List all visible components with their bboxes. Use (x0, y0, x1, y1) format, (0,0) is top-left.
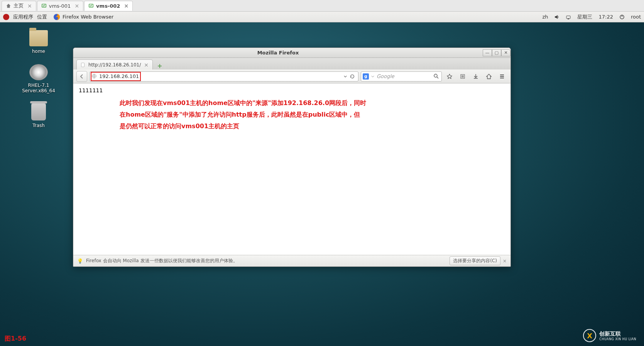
annotation-line: 此时我们发现在vms001主机的home区域中的"来源"添加192.168.26… (120, 97, 370, 109)
desktop-icon-label: RHEL-7.1 Server.x86_64 (15, 83, 62, 93)
gnome-top-panel: 应用程序 位置 Firefox Web Browser zh 星期三 17:22… (0, 12, 644, 22)
desktop-icon-label: Trash (15, 123, 62, 128)
new-tab-button[interactable]: + (155, 62, 164, 70)
disc-icon (29, 64, 48, 80)
google-icon: g (363, 73, 369, 80)
volume-icon[interactable] (554, 14, 559, 20)
window-maximize-button[interactable]: ▢ (492, 49, 501, 56)
url-bar[interactable]: 192.168.26.101 (90, 71, 358, 81)
distro-icon (3, 14, 9, 20)
close-icon[interactable]: × (124, 3, 128, 9)
reload-icon[interactable] (350, 74, 355, 79)
firefox-window: Mozilla Firefox — ▢ ✕ http://192.168.26.… (73, 47, 511, 267)
places-menu[interactable]: 位置 (37, 14, 47, 20)
menu-button[interactable] (497, 71, 507, 82)
firefox-tab-strip: http://192.168.26.101/ × + (73, 58, 510, 70)
host-tab-bar: 主页 × vms-001 × vms-002 × (0, 0, 644, 12)
search-placeholder: Google (377, 73, 431, 79)
host-tab-label: 主页 (14, 2, 24, 9)
window-titlebar[interactable]: Mozilla Firefox — ▢ ✕ (73, 48, 510, 58)
user-label[interactable]: root (631, 14, 641, 20)
figure-label: 图1-56 (5, 335, 26, 343)
clock-time[interactable]: 17:22 (598, 14, 613, 20)
desktop-icon-disc[interactable]: RHEL-7.1 Server.x86_64 (15, 64, 62, 93)
brand-name: 创新互联 (599, 331, 636, 338)
page-content: 1111111 此时我们发现在vms001主机的home区域中的"来源"添加19… (73, 83, 510, 255)
window-close-button[interactable]: ✕ (501, 49, 510, 56)
host-tab-home[interactable]: 主页 × (2, 1, 36, 11)
search-icon[interactable] (433, 73, 440, 80)
desktop: home RHEL-7.1 Server.x86_64 Trash Mozill… (0, 22, 644, 346)
lightbulb-icon: 💡 (77, 258, 83, 264)
window-minimize-button[interactable]: — (483, 49, 492, 56)
svg-point-9 (434, 74, 437, 77)
trash-icon (31, 103, 46, 120)
annotation-line: 是仍然可以正常的访问vms001主机的主页 (120, 120, 370, 132)
folder-icon (29, 30, 48, 46)
firefox-tab[interactable]: http://192.168.26.101/ × (76, 59, 153, 70)
close-icon[interactable]: × (144, 62, 149, 68)
bookmarks-list-button[interactable] (457, 71, 468, 82)
brand-sub: CHUANG XIN HU LIAN (599, 338, 636, 341)
bookmark-star-button[interactable] (444, 71, 455, 82)
firefox-icon (53, 14, 60, 20)
annotation-text: 此时我们发现在vms001主机的home区域中的"来源"添加192.168.26… (120, 97, 370, 132)
page-icon (81, 63, 85, 67)
host-tab-label: vms-001 (49, 3, 71, 9)
globe-icon (91, 73, 98, 80)
svg-rect-7 (81, 63, 85, 66)
power-icon[interactable] (619, 14, 625, 20)
desktop-icon-label: home (15, 49, 62, 54)
url-text: 192.168.26.101 (99, 73, 343, 79)
ime-indicator[interactable]: zh (542, 14, 548, 20)
window-title: Mozilla Firefox (73, 50, 483, 56)
network-icon[interactable] (566, 14, 571, 20)
close-icon[interactable]: × (503, 258, 507, 264)
firefox-info-bar: 💡 Firefox 会自动向 Mozilla 发送一些数据以便我们能够改善您的用… (73, 255, 510, 266)
home-button[interactable] (483, 71, 494, 82)
firefox-tab-label: http://192.168.26.101/ (88, 62, 141, 68)
svg-rect-3 (566, 16, 570, 19)
svg-line-10 (437, 77, 438, 78)
search-bar[interactable]: g Google (361, 71, 442, 81)
downloads-button[interactable] (470, 71, 481, 82)
desktop-icon-home[interactable]: home (15, 30, 62, 54)
taskbar-firefox[interactable]: Firefox Web Browser (53, 14, 113, 20)
watermark-logo: X 创新互联 CHUANG XIN HU LIAN (583, 329, 636, 342)
host-tab-label: vms-002 (96, 3, 120, 9)
host-tab-vms001[interactable]: vms-001 × (37, 1, 83, 11)
home-icon (6, 3, 11, 8)
desktop-icon-trash[interactable]: Trash (15, 103, 62, 128)
clock-day[interactable]: 星期三 (577, 14, 592, 20)
vm-icon (88, 3, 94, 8)
chevron-down-icon[interactable] (371, 75, 374, 78)
share-choice-button[interactable]: 选择要分享的内容(C) (450, 256, 500, 265)
brand-mark-icon: X (583, 329, 596, 342)
close-icon[interactable]: × (27, 3, 32, 9)
taskbar-label: Firefox Web Browser (63, 14, 113, 20)
host-tab-vms002[interactable]: vms-002 × (84, 1, 133, 11)
firefox-toolbar: 192.168.26.101 g Google (73, 70, 510, 83)
svg-rect-4 (568, 19, 569, 19)
dropdown-icon[interactable] (343, 75, 347, 78)
info-bar-text: Firefox 会自动向 Mozilla 发送一些数据以便我们能够改善您的用户体… (86, 258, 238, 264)
page-body-text: 1111111 (79, 87, 505, 93)
annotation-line: 在home区域的"服务"中添加了允许访问http服务后，此时虽然是在public… (120, 109, 370, 120)
vm-icon (41, 3, 47, 8)
close-icon[interactable]: × (74, 3, 79, 9)
back-button[interactable] (76, 71, 87, 82)
applications-menu[interactable]: 应用程序 (13, 14, 33, 20)
